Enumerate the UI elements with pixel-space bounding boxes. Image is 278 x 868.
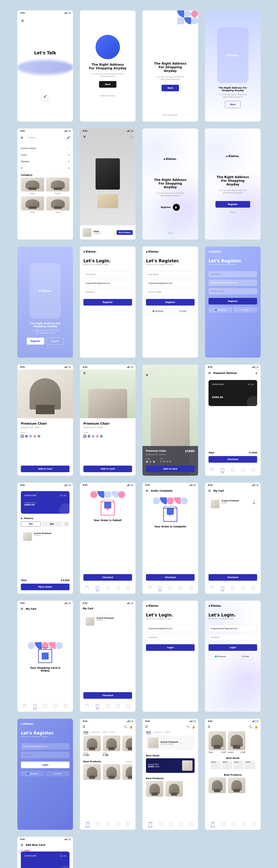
add-to-cart-button[interactable]: Add to Card [83, 466, 132, 472]
name-input[interactable] [146, 271, 195, 278]
nav-home[interactable] [148, 586, 151, 592]
skip-link[interactable]: Skip those setup [101, 95, 115, 97]
nav-chat[interactable] [117, 823, 120, 828]
deal-card[interactable]: Special 60%$200 $400 [146, 758, 195, 773]
shipping-ups[interactable]: UPS [21, 522, 41, 527]
category-tab[interactable]: Tables [102, 731, 107, 734]
color-swatch[interactable] [25, 435, 28, 438]
ar-icon[interactable]: ⬚ [130, 135, 133, 138]
search-history-item[interactable]: Scotch× [21, 152, 70, 158]
product-card[interactable] [122, 736, 132, 756]
nav-chat[interactable] [116, 705, 119, 710]
product-card[interactable]: Chair$ 230 [83, 736, 101, 756]
next-button[interactable]: Next [162, 85, 179, 91]
color-swatch[interactable] [88, 435, 90, 438]
deal-card[interactable]: Scotch PremiumContent sublabel › [146, 736, 195, 750]
gmail-button[interactable]: ✉ Gmail [233, 307, 257, 313]
nav-cart[interactable]: Cart [221, 586, 224, 592]
phone-input[interactable] [146, 289, 195, 296]
color-swatch[interactable] [37, 435, 40, 438]
payment-card[interactable]: 5200010198712 / 22 Shipping Lorem $589.0… [21, 491, 70, 514]
product-card[interactable]: Chair$ 240 [103, 736, 120, 756]
product-card[interactable] [103, 764, 120, 781]
email-input[interactable]: moguzbulbul@gmail.com [146, 625, 195, 632]
nav-profile[interactable] [189, 823, 193, 828]
login-button[interactable]: Login [208, 644, 257, 651]
nav-cart[interactable] [222, 823, 225, 828]
category-tab[interactable]: Chair [83, 731, 89, 734]
category-tab[interactable]: Tables [165, 731, 170, 734]
skip-link[interactable]: Skip those setup [163, 114, 177, 116]
register-link[interactable]: Register [161, 206, 171, 209]
checkout-button[interactable]: Checkout [83, 692, 132, 699]
size-option[interactable]: 37 [160, 461, 162, 462]
nav-fav[interactable] [44, 705, 47, 710]
nav-cart[interactable] [97, 823, 100, 828]
register-button[interactable]: Register [216, 201, 250, 208]
voice-icon[interactable]: 🎤 [67, 136, 70, 139]
nav-home[interactable] [85, 705, 89, 710]
username-input[interactable] [83, 271, 132, 278]
login-button[interactable]: Login [146, 644, 195, 651]
nav-profile[interactable] [252, 586, 255, 592]
close-icon[interactable] [20, 607, 24, 611]
buy-button[interactable]: Buy Product [117, 230, 133, 235]
product-card[interactable] [146, 781, 163, 798]
search-icon[interactable]: 🔍 [249, 725, 252, 728]
close-icon[interactable] [145, 373, 149, 377]
close-icon[interactable] [208, 489, 211, 493]
size-option[interactable]: 38 [163, 461, 165, 462]
shipping-dhl[interactable]: DHL [42, 522, 62, 527]
color-swatch[interactable] [83, 435, 86, 438]
register-button[interactable]: Register [208, 298, 257, 305]
search-icon[interactable]: 🔍 [186, 725, 190, 728]
gmail-button[interactable]: ✉ Gmail [171, 308, 195, 314]
checkout-button[interactable]: Checkout [83, 574, 132, 581]
search-history-item[interactable]: Tr× [21, 165, 70, 172]
register-button[interactable]: Register [27, 338, 44, 345]
search-history-item[interactable]: Tableboo× [21, 158, 70, 165]
login-button[interactable]: Log In [46, 338, 63, 345]
close-icon[interactable] [145, 489, 149, 493]
nav-chat[interactable] [242, 823, 245, 828]
nav-profile[interactable] [64, 705, 67, 710]
password-input[interactable] [21, 752, 70, 758]
category-tab[interactable]: Cupboards [153, 731, 163, 734]
gmail-button[interactable]: ✉ Gmail [233, 654, 257, 659]
nav-cart[interactable]: Cart [96, 586, 99, 592]
menu-icon[interactable]: ☰ [83, 725, 85, 728]
color-swatch[interactable] [29, 435, 32, 438]
remove-item[interactable]: 🗑 [253, 502, 255, 504]
nav-fav[interactable] [169, 586, 172, 592]
search-icon[interactable]: 🔍 [124, 725, 127, 728]
register-button[interactable]: Register [146, 299, 195, 306]
nav-chat[interactable] [242, 468, 245, 473]
product-card[interactable] [83, 764, 101, 781]
nav-chat[interactable] [116, 586, 119, 592]
nav-cart[interactable]: Cart [96, 705, 99, 710]
category-tab[interactable]: Chair [146, 731, 151, 734]
nav-chat[interactable] [179, 823, 183, 828]
checkout-button[interactable]: Checkout [208, 574, 257, 581]
nav-profile[interactable] [189, 586, 192, 592]
size-option[interactable]: 39 [166, 461, 168, 462]
nav-home[interactable]: Home [148, 823, 153, 828]
email-input[interactable]: moguzbulbul@gmail.com [21, 743, 70, 750]
nav-cart[interactable] [160, 823, 163, 828]
nav-cart[interactable]: Cart [158, 586, 162, 592]
nav-home[interactable]: Home [85, 823, 90, 828]
place-order-button[interactable]: Place Order [21, 584, 70, 590]
email-input[interactable]: moguzbulbul@gmail.com [146, 280, 195, 287]
close-icon[interactable] [208, 371, 211, 375]
deal-chip[interactable]: Scotch [233, 761, 244, 769]
play-button[interactable]: ▶ [173, 204, 180, 211]
checkout-button[interactable]: Checkout [208, 456, 257, 463]
close-icon[interactable] [20, 843, 24, 847]
add-to-cart-button[interactable]: Add to Card [146, 466, 195, 472]
category-tab[interactable]: Lamps [109, 731, 115, 734]
nav-cart[interactable]: Cart [221, 468, 224, 473]
nav-home[interactable] [23, 705, 26, 710]
facebook-button[interactable]: 📘 Facebook [208, 307, 232, 313]
name-input[interactable] [208, 271, 257, 277]
facebook-button[interactable]: 📘 Facebook [146, 308, 170, 314]
